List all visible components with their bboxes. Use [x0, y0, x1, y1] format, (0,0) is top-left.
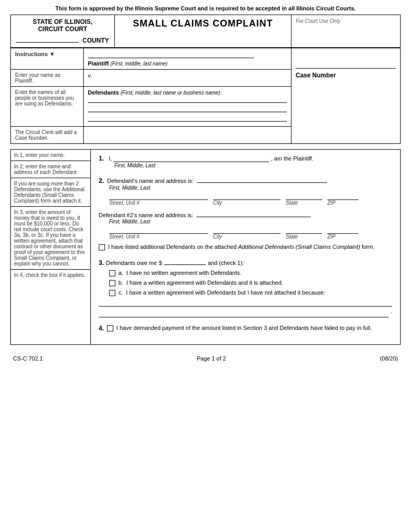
plaintiff-hint: (First, middle, last name): [110, 61, 167, 66]
v-cell: v.: [84, 70, 291, 87]
section-1-num: 1.: [99, 155, 104, 162]
section-2-label: Defendant's name and address is:: [107, 178, 194, 184]
section-2: 2. Defendant's name and address is: Firs…: [99, 176, 392, 250]
left-instr-1: In 1, enter your name.: [11, 150, 90, 161]
title-cell: SMALL CLAIMS COMPLAINT: [115, 15, 291, 48]
section-4: 4. I have demanded payment of the amount…: [99, 325, 392, 332]
page-label: Page 1 of 2: [197, 355, 226, 362]
option-c-letter: c.: [118, 289, 123, 296]
def2-address-row: Street, Unit # City State ZIP: [109, 227, 392, 240]
form-title: SMALL CLAIMS COMPLAINT: [119, 18, 287, 29]
form-date: (08/20): [380, 355, 398, 362]
defendant-line-2[interactable]: [88, 105, 287, 112]
def2-label: Defendant #2's name and address is:: [99, 212, 193, 218]
section-4-text: I have demanded payment of the amount li…: [116, 325, 372, 331]
option-b-checkbox[interactable]: [109, 280, 115, 286]
section-3-prefix: Defendants owe me: [106, 260, 157, 266]
section-1-suffix: , am the Plaintiff.: [271, 155, 313, 162]
court-use-cell: For Court Use Only: [291, 15, 401, 48]
case-number-label: Case Number: [296, 72, 396, 79]
section-2-def2-name[interactable]: [196, 210, 311, 217]
section-2-name-hint: First, Middle, Last: [109, 185, 150, 191]
court-use-bottom-cell: Case Number: [291, 48, 401, 144]
section-1: 1. I, , am the Plaintiff. First, Middle,…: [99, 155, 392, 168]
defendant-line-1[interactable]: [88, 96, 287, 103]
additional-defendants-checkbox[interactable]: [99, 244, 105, 250]
additional-check-text: I have listed additional Defendants on t…: [108, 244, 375, 250]
instr-case-number-text: The Circuit Clerk will add a Case Number…: [15, 129, 77, 141]
section-4-checkbox[interactable]: [107, 325, 113, 331]
def1-zip-field: ZIP: [327, 193, 359, 206]
instr-defendants-text: Enter the names of all people or busines…: [15, 89, 74, 107]
header-table: STATE OF ILLINOIS, CIRCUIT COURT COUNTY …: [10, 15, 401, 48]
plaintiff-cell: Plaintiff (First, middle, last name): [84, 48, 291, 70]
def1-state-field: State: [286, 193, 322, 206]
section-3-suffix: and (check 1):: [208, 260, 244, 266]
extra-cell: [84, 127, 291, 144]
instr-plaintiff: Enter your name as Plaintiff.: [11, 70, 84, 87]
section-1-name-field[interactable]: [113, 155, 269, 162]
section-3: 3. Defendants owe me $ and (check 1): a.…: [99, 258, 392, 317]
defendant-line-3[interactable]: [88, 114, 287, 122]
option-b-text: I have a written agreement with Defendan…: [126, 280, 283, 286]
county-line: [16, 42, 78, 43]
additional-defendants-row: I have listed additional Defendants on t…: [99, 244, 392, 250]
def1-address-row: Street, Unit # City State ZIP: [109, 193, 392, 206]
left-instructions-panel: In 1, enter your name. In 2, enter the n…: [10, 149, 91, 345]
section-4-num: 4.: [99, 325, 104, 332]
option-c-checkbox[interactable]: [109, 290, 115, 296]
section-3-amount-field[interactable]: [164, 258, 206, 265]
form-section: Instructions ▼ Plaintiff (First, middle,…: [10, 48, 401, 144]
defendants-cell: Defendants (First, middle, last name or …: [84, 87, 291, 127]
def2-state-field: State: [286, 227, 322, 240]
instructions-header-cell: Instructions ▼: [11, 48, 84, 70]
court-use-label: For Court Use Only: [296, 18, 340, 24]
section-2-def1-name[interactable]: [197, 176, 327, 183]
defendants-hint: (First, middle, last name or business na…: [121, 90, 222, 96]
circuit-label: CIRCUIT COURT: [15, 25, 110, 33]
def2-zip-field: ZIP: [327, 227, 359, 240]
section-3-num: 3.: [99, 259, 104, 267]
plaintiff-name-field[interactable]: [88, 51, 254, 58]
def1-city-field: City: [213, 193, 281, 206]
section-1-prefix: I,: [109, 155, 112, 162]
section-2-num: 2.: [99, 177, 104, 184]
def1-street-field: Street, Unit #: [109, 193, 208, 206]
instr-plaintiff-text: Enter your name as Plaintiff.: [15, 72, 60, 84]
instructions-toggle[interactable]: Instructions ▼: [15, 51, 55, 57]
option-c-text: I have a written agreement with Defendan…: [126, 289, 325, 296]
section-3-reason-line-2[interactable]: [99, 310, 389, 317]
main-body: In 1, enter your name. In 2, enter the n…: [10, 149, 401, 345]
defendants-label: Defendants: [88, 89, 119, 96]
instr-case-number: The Circuit Clerk will add a Case Number…: [11, 127, 84, 144]
section-3-dollar: $: [159, 260, 162, 266]
top-notice: This form is approved by the Illinois Su…: [10, 5, 401, 11]
section-1-field-label: First, Middle, Last: [114, 163, 155, 168]
def2-street-field: Street, Unit #: [109, 227, 208, 240]
option-b-row: b. I have a written agreement with Defen…: [109, 280, 392, 286]
state-cell: STATE OF ILLINOIS, CIRCUIT COURT COUNTY: [11, 15, 115, 48]
section-3-reason-line-1[interactable]: [99, 299, 392, 307]
option-b-letter: b.: [118, 280, 123, 286]
v-label: v.: [88, 72, 92, 78]
left-instr-3: If you are suing more than 2 Defendants,…: [11, 178, 90, 207]
def2-city-field: City: [213, 227, 281, 240]
option-a-checkbox[interactable]: [109, 270, 115, 276]
left-instr-2: In 2, enter the name and address of each…: [11, 161, 90, 178]
footer: CS-C 702.1 Page 1 of 2 (08/20): [10, 355, 401, 362]
left-instr-5: In 4, check the box if it applies.: [11, 270, 90, 281]
option-a-letter: a.: [118, 270, 123, 276]
option-a-row: a. I have no written agreement with Defe…: [109, 270, 392, 276]
option-a-text: I have no written agreement with Defenda…: [126, 270, 241, 276]
state-label: STATE OF ILLINOIS,: [15, 18, 110, 25]
option-c-row: c. I have a written agreement with Defen…: [109, 289, 392, 296]
right-content-panel: 1. I, , am the Plaintiff. First, Middle,…: [91, 149, 401, 345]
form-number: CS-C 702.1: [13, 355, 43, 362]
instr-defendants: Enter the names of all people or busines…: [11, 87, 84, 127]
county-label: COUNTY: [83, 37, 109, 44]
plaintiff-label: Plaintiff: [88, 60, 109, 66]
section-2-def2-name-hint: First, Middle, Last: [109, 219, 150, 224]
left-instr-4: In 3, enter the amount of money that is …: [11, 207, 90, 270]
